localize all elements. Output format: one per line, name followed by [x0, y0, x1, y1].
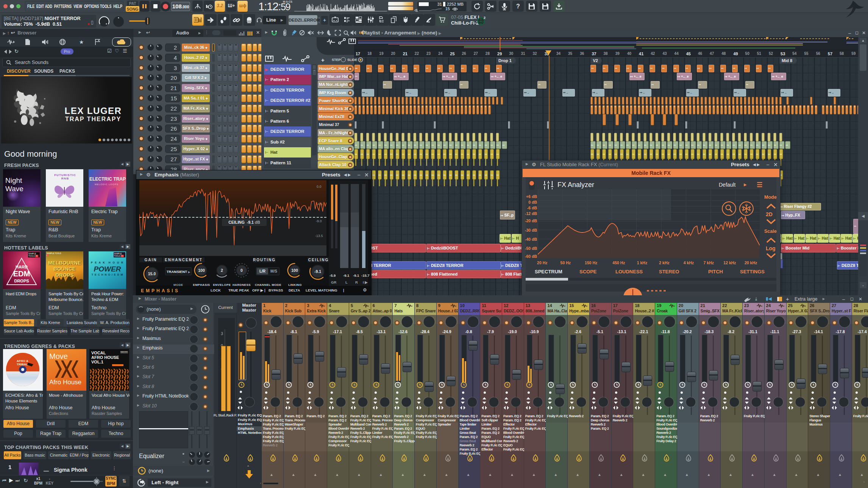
svg-text:↦: ↦ — [473, 153, 475, 156]
svg-text:↦: ↦ — [420, 153, 422, 156]
svg-text:↦: ↦ — [414, 144, 416, 147]
svg-text:↦: ↦ — [615, 153, 617, 156]
svg-text:↦: ↦ — [697, 153, 699, 156]
svg-text:↦: ↦ — [703, 153, 706, 156]
svg-text:↦: ↦ — [414, 153, 416, 156]
svg-text:↦: ↦ — [685, 144, 688, 147]
svg-text:↦: ↦ — [756, 153, 759, 156]
svg-text:↦: ↦ — [455, 153, 457, 156]
svg-text:↦: ↦ — [697, 144, 699, 147]
svg-text:↦: ↦ — [402, 174, 404, 176]
svg-text:EDM: EDM — [13, 270, 30, 278]
svg-text:↦: ↦ — [420, 144, 422, 147]
svg-text:AFRO &: AFRO & — [17, 359, 28, 363]
svg-text:↦: ↦ — [384, 153, 387, 156]
svg-text:↦: ↦ — [650, 144, 652, 147]
svg-text:↦: ↦ — [685, 153, 688, 156]
svg-text:↦: ↦ — [662, 144, 664, 147]
svg-text:↦: ↦ — [443, 174, 446, 176]
svg-text:↦: ↦ — [750, 153, 752, 156]
svg-text:↦: ↦ — [662, 153, 664, 156]
svg-text:↦: ↦ — [620, 144, 623, 147]
svg-text:↦: ↦ — [650, 153, 652, 156]
svg-text:↦: ↦ — [626, 153, 629, 156]
svg-text:↦: ↦ — [780, 174, 782, 176]
svg-text:↦: ↦ — [620, 153, 623, 156]
svg-text:↦: ↦ — [426, 174, 428, 176]
svg-text:↦: ↦ — [449, 153, 451, 156]
svg-text:↦: ↦ — [774, 153, 776, 156]
svg-text:↦: ↦ — [768, 153, 770, 156]
svg-text:↦: ↦ — [762, 144, 764, 147]
svg-text:↦: ↦ — [715, 153, 717, 156]
svg-text:↦: ↦ — [615, 144, 617, 147]
svg-text:↦: ↦ — [609, 144, 611, 147]
svg-text:↦: ↦ — [414, 174, 416, 176]
svg-text:↦: ↦ — [591, 153, 593, 156]
svg-text:↦: ↦ — [656, 153, 658, 156]
svg-text:↦: ↦ — [750, 144, 752, 147]
svg-text:↦: ↦ — [432, 174, 434, 176]
svg-text:↦: ↦ — [603, 153, 605, 156]
svg-text:↦: ↦ — [455, 144, 457, 147]
svg-text:↦: ↦ — [780, 144, 782, 147]
svg-text:↦: ↦ — [467, 153, 469, 156]
svg-text:↦: ↦ — [709, 144, 711, 147]
svg-text:↦: ↦ — [390, 153, 393, 156]
svg-text:↦: ↦ — [638, 153, 640, 156]
svg-text:↦: ↦ — [638, 144, 640, 147]
svg-text:↦: ↦ — [745, 144, 747, 147]
svg-text:HARD: HARD — [16, 265, 28, 269]
svg-text:↦: ↦ — [644, 153, 646, 156]
svg-text:↦: ↦ — [496, 174, 499, 176]
svg-text:↦: ↦ — [491, 144, 493, 147]
svg-text:↦: ↦ — [355, 144, 357, 147]
svg-text:↦: ↦ — [603, 144, 605, 147]
svg-text:↦: ↦ — [355, 153, 357, 156]
svg-text:↦: ↦ — [373, 153, 375, 156]
svg-text:↦: ↦ — [786, 144, 788, 147]
svg-text:↦: ↦ — [373, 144, 375, 147]
svg-text:↦: ↦ — [396, 174, 398, 176]
svg-text:↦: ↦ — [426, 144, 428, 147]
svg-text:↦: ↦ — [443, 153, 446, 156]
svg-text:↦: ↦ — [609, 153, 611, 156]
svg-text:↦: ↦ — [461, 144, 464, 147]
svg-text:↦: ↦ — [674, 144, 676, 147]
svg-text:↦: ↦ — [479, 153, 481, 156]
svg-text:↦: ↦ — [361, 153, 363, 156]
svg-text:↦: ↦ — [384, 144, 387, 147]
svg-text:↦: ↦ — [390, 174, 393, 176]
svg-text:↦: ↦ — [674, 153, 676, 156]
svg-text:↦: ↦ — [420, 174, 422, 176]
svg-text:↦: ↦ — [473, 174, 475, 176]
svg-text:↦: ↦ — [632, 153, 635, 156]
svg-text:TRIBAL: TRIBAL — [17, 363, 28, 366]
svg-text:↦: ↦ — [597, 153, 599, 156]
svg-text:↦: ↦ — [774, 144, 776, 147]
svg-text:↦: ↦ — [485, 144, 487, 147]
svg-text:↦: ↦ — [738, 144, 741, 147]
svg-text:↦: ↦ — [449, 174, 451, 176]
svg-text:↦: ↦ — [426, 153, 428, 156]
svg-text:↦: ↦ — [485, 153, 487, 156]
svg-text:↦: ↦ — [378, 174, 381, 176]
svg-text:↦: ↦ — [437, 144, 440, 147]
svg-text:↦: ↦ — [632, 144, 635, 147]
svg-text:↦: ↦ — [367, 153, 369, 156]
svg-text:↦: ↦ — [378, 153, 381, 156]
svg-text:↦: ↦ — [496, 153, 499, 156]
svg-text:↦: ↦ — [443, 144, 446, 147]
svg-text:↦: ↦ — [721, 144, 723, 147]
svg-text:↦: ↦ — [384, 174, 387, 176]
svg-text:↦: ↦ — [496, 144, 499, 147]
svg-text:↦: ↦ — [396, 144, 398, 147]
svg-text:↦: ↦ — [479, 144, 481, 147]
svg-text:↦: ↦ — [461, 153, 464, 156]
svg-text:↦: ↦ — [656, 144, 658, 147]
svg-text:↦: ↦ — [402, 144, 404, 147]
svg-text:↦: ↦ — [467, 174, 469, 176]
svg-text:↦: ↦ — [597, 144, 599, 147]
svg-text:↦: ↦ — [408, 153, 410, 156]
svg-text:↦: ↦ — [432, 153, 434, 156]
